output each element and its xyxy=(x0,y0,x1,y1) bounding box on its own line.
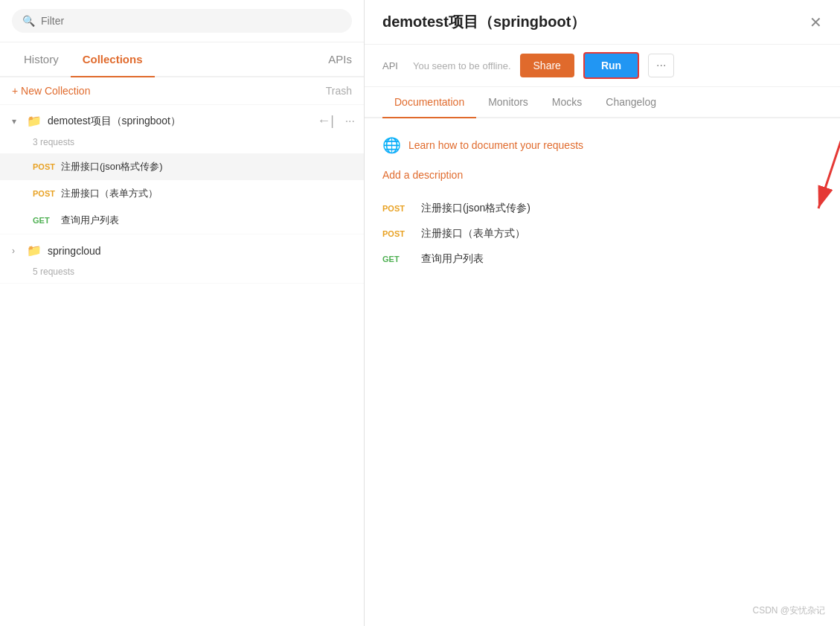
left-panel: 🔍 History Collections APIs + New Collect… xyxy=(0,0,365,626)
right-method-badge-post-2: POST xyxy=(382,229,411,238)
new-collection-button[interactable]: + New Collection xyxy=(12,85,90,97)
share-button[interactable]: Share xyxy=(520,54,574,77)
right-request-item-users[interactable]: GET 查询用户列表 xyxy=(382,252,822,266)
tab-apis[interactable]: APIs xyxy=(316,42,352,76)
tab-documentation[interactable]: Documentation xyxy=(382,87,476,117)
close-button[interactable]: ✕ xyxy=(809,13,822,31)
request-item-users[interactable]: GET 查询用户列表 xyxy=(0,207,364,234)
collections-list: ▾ 📁 demotest项目（springboot） ←| ··· 3 requ… xyxy=(0,105,364,626)
search-bar: 🔍 xyxy=(0,0,364,42)
left-toolbar: + New Collection Trash xyxy=(0,77,364,105)
method-badge-get: GET xyxy=(33,216,61,225)
collection-requests-count: 3 requests xyxy=(21,137,364,153)
collapse-button[interactable]: ←| xyxy=(317,113,334,129)
method-badge-post-2: POST xyxy=(33,189,61,198)
request-name-json: 注册接口(json格式传参) xyxy=(61,160,163,173)
folder-icon-2: 📁 xyxy=(27,243,42,258)
request-name-users: 查询用户列表 xyxy=(61,214,119,227)
collection-item-springcloud: › 📁 springcloud 5 requests xyxy=(0,234,364,284)
learn-link-text[interactable]: Learn how to document your requests xyxy=(408,139,583,151)
chevron-down-icon: ▾ xyxy=(12,116,21,127)
run-button[interactable]: Run xyxy=(583,52,639,79)
right-method-badge-post: POST xyxy=(382,204,411,213)
tab-history[interactable]: History xyxy=(12,42,71,76)
watermark: CSDN @安忧杂记 xyxy=(752,604,825,617)
right-request-item-json[interactable]: POST 注册接口(json格式传参) xyxy=(382,202,822,215)
chevron-right-icon: › xyxy=(12,246,21,256)
offline-status-text: You seem to be offline. xyxy=(413,60,511,71)
right-panel: demotest项目（springboot） ✕ API You seem to… xyxy=(365,0,840,626)
search-input[interactable] xyxy=(41,15,342,27)
search-input-wrapper: 🔍 xyxy=(12,9,352,33)
collection-name-springcloud: springcloud xyxy=(48,245,101,257)
right-request-name-form: 注册接口（表单方式） xyxy=(421,227,525,240)
add-description-link[interactable]: Add a description xyxy=(382,169,822,181)
collection-item-demotest: ▾ 📁 demotest项目（springboot） ←| ··· 3 requ… xyxy=(0,105,364,234)
right-request-name-users: 查询用户列表 xyxy=(421,252,484,266)
collection-requests-count-2: 5 requests xyxy=(21,266,364,283)
api-label: API xyxy=(382,60,398,71)
right-tabs: Documentation Monitors Mocks Changelog xyxy=(365,87,840,118)
search-icon: 🔍 xyxy=(22,15,35,27)
tab-changelog[interactable]: Changelog xyxy=(594,87,668,117)
right-request-item-form[interactable]: POST 注册接口（表单方式） xyxy=(382,227,822,240)
collection-name-demotest: demotest项目（springboot） xyxy=(48,115,181,128)
right-method-badge-get: GET xyxy=(382,255,411,264)
collection-header-springcloud[interactable]: › 📁 springcloud xyxy=(0,234,364,266)
folder-icon: 📁 xyxy=(27,114,42,128)
globe-icon: 🌐 xyxy=(382,136,401,154)
right-requests-section: POST 注册接口(json格式传参) POST 注册接口（表单方式） GET … xyxy=(382,202,822,266)
right-header: demotest项目（springboot） ✕ xyxy=(365,0,840,45)
learn-link[interactable]: 🌐 Learn how to document your requests xyxy=(382,136,822,154)
request-name-form: 注册接口（表单方式） xyxy=(61,187,158,200)
more-options-button[interactable]: ··· xyxy=(345,115,355,128)
tab-monitors[interactable]: Monitors xyxy=(476,87,540,117)
right-request-name-json: 注册接口(json格式传参) xyxy=(421,202,530,215)
right-content: 🌐 Learn how to document your requests Ad… xyxy=(365,118,840,626)
tab-collections[interactable]: Collections xyxy=(71,42,155,76)
more-actions-button[interactable]: ··· xyxy=(648,54,674,77)
action-bar: API You seem to be offline. Share Run ··… xyxy=(365,45,840,87)
request-item-json[interactable]: POST 注册接口(json格式传参) xyxy=(0,153,364,180)
request-item-form[interactable]: POST 注册接口（表单方式） xyxy=(0,180,364,207)
tab-mocks[interactable]: Mocks xyxy=(540,87,594,117)
trash-button[interactable]: Trash xyxy=(326,85,352,97)
collection-header-demotest[interactable]: ▾ 📁 demotest项目（springboot） ←| ··· xyxy=(0,105,364,137)
right-panel-title: demotest项目（springboot） xyxy=(382,12,586,32)
method-badge-post: POST xyxy=(33,162,61,171)
left-tabs: History Collections APIs xyxy=(0,42,364,77)
